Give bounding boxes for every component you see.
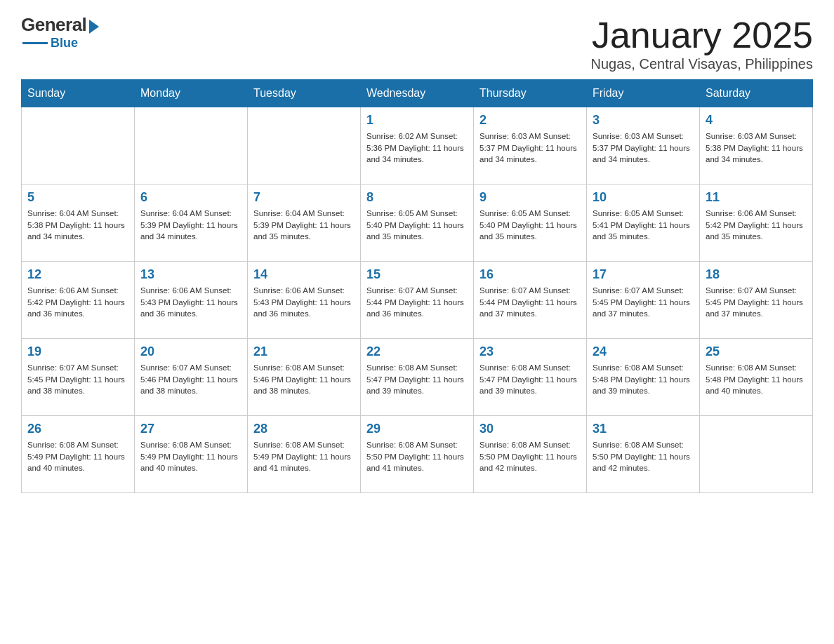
- day-info: Sunrise: 6:06 AM Sunset: 5:42 PM Dayligh…: [27, 285, 128, 320]
- calendar-cell: 22Sunrise: 6:08 AM Sunset: 5:47 PM Dayli…: [361, 339, 474, 416]
- day-number: 24: [593, 344, 694, 359]
- logo-general-text: General: [21, 14, 86, 36]
- day-info: Sunrise: 6:06 AM Sunset: 5:43 PM Dayligh…: [140, 285, 241, 320]
- calendar-cell: 23Sunrise: 6:08 AM Sunset: 5:47 PM Dayli…: [474, 339, 587, 416]
- col-wednesday: Wednesday: [361, 80, 474, 107]
- col-thursday: Thursday: [474, 80, 587, 107]
- day-info: Sunrise: 6:07 AM Sunset: 5:44 PM Dayligh…: [479, 285, 581, 320]
- calendar-cell: 29Sunrise: 6:08 AM Sunset: 5:50 PM Dayli…: [361, 416, 474, 493]
- calendar-cell: 24Sunrise: 6:08 AM Sunset: 5:48 PM Dayli…: [587, 339, 700, 416]
- calendar-cell: 20Sunrise: 6:07 AM Sunset: 5:46 PM Dayli…: [135, 339, 248, 416]
- day-number: 30: [479, 422, 581, 436]
- calendar-cell: 28Sunrise: 6:08 AM Sunset: 5:49 PM Dayli…: [248, 416, 361, 493]
- calendar-cell: 9Sunrise: 6:05 AM Sunset: 5:40 PM Daylig…: [474, 185, 587, 262]
- calendar-cell: 27Sunrise: 6:08 AM Sunset: 5:49 PM Dayli…: [135, 416, 248, 493]
- day-info: Sunrise: 6:08 AM Sunset: 5:48 PM Dayligh…: [706, 362, 807, 397]
- day-number: 15: [366, 267, 468, 282]
- week-row-5: 26Sunrise: 6:08 AM Sunset: 5:49 PM Dayli…: [22, 416, 813, 493]
- col-tuesday: Tuesday: [248, 80, 361, 107]
- day-number: 13: [140, 267, 241, 282]
- col-saturday: Saturday: [700, 80, 813, 107]
- calendar-cell: 16Sunrise: 6:07 AM Sunset: 5:44 PM Dayli…: [474, 262, 587, 339]
- day-info: Sunrise: 6:07 AM Sunset: 5:44 PM Dayligh…: [366, 285, 468, 320]
- calendar-cell: 7Sunrise: 6:04 AM Sunset: 5:39 PM Daylig…: [248, 185, 361, 262]
- day-number: 28: [253, 422, 355, 436]
- day-info: Sunrise: 6:04 AM Sunset: 5:39 PM Dayligh…: [253, 208, 355, 243]
- day-number: 7: [253, 190, 355, 205]
- day-number: 25: [706, 344, 807, 359]
- day-number: 2: [479, 113, 581, 128]
- week-row-1: 1Sunrise: 6:02 AM Sunset: 5:36 PM Daylig…: [22, 107, 813, 185]
- logo-arrow-icon: [89, 20, 99, 34]
- day-info: Sunrise: 6:08 AM Sunset: 5:46 PM Dayligh…: [253, 362, 355, 397]
- calendar-cell: 11Sunrise: 6:06 AM Sunset: 5:42 PM Dayli…: [700, 185, 813, 262]
- calendar-header-row: Sunday Monday Tuesday Wednesday Thursday…: [22, 80, 813, 107]
- day-number: 9: [479, 190, 581, 205]
- day-number: 1: [366, 113, 468, 128]
- day-info: Sunrise: 6:05 AM Sunset: 5:40 PM Dayligh…: [366, 208, 468, 243]
- day-info: Sunrise: 6:03 AM Sunset: 5:37 PM Dayligh…: [479, 130, 581, 166]
- day-number: 21: [253, 344, 355, 359]
- day-info: Sunrise: 6:08 AM Sunset: 5:49 PM Dayligh…: [27, 439, 128, 474]
- day-info: Sunrise: 6:08 AM Sunset: 5:47 PM Dayligh…: [479, 362, 581, 397]
- calendar-table: Sunday Monday Tuesday Wednesday Thursday…: [21, 79, 813, 493]
- day-info: Sunrise: 6:07 AM Sunset: 5:45 PM Dayligh…: [706, 285, 807, 320]
- calendar-cell: [248, 107, 361, 185]
- day-info: Sunrise: 6:04 AM Sunset: 5:38 PM Dayligh…: [27, 208, 128, 243]
- location-title: Nugas, Central Visayas, Philippines: [591, 56, 813, 72]
- week-row-2: 5Sunrise: 6:04 AM Sunset: 5:38 PM Daylig…: [22, 185, 813, 262]
- day-info: Sunrise: 6:02 AM Sunset: 5:36 PM Dayligh…: [366, 130, 468, 166]
- calendar-cell: 8Sunrise: 6:05 AM Sunset: 5:40 PM Daylig…: [361, 185, 474, 262]
- day-number: 22: [366, 344, 468, 359]
- day-info: Sunrise: 6:07 AM Sunset: 5:45 PM Dayligh…: [593, 285, 694, 320]
- calendar-cell: 5Sunrise: 6:04 AM Sunset: 5:38 PM Daylig…: [22, 185, 135, 262]
- calendar-cell: [700, 416, 813, 493]
- calendar-cell: 13Sunrise: 6:06 AM Sunset: 5:43 PM Dayli…: [135, 262, 248, 339]
- day-number: 18: [706, 267, 807, 282]
- day-info: Sunrise: 6:06 AM Sunset: 5:42 PM Dayligh…: [706, 208, 807, 243]
- day-info: Sunrise: 6:08 AM Sunset: 5:50 PM Dayligh…: [593, 439, 694, 474]
- calendar-cell: 4Sunrise: 6:03 AM Sunset: 5:38 PM Daylig…: [700, 107, 813, 185]
- day-number: 12: [27, 267, 128, 282]
- calendar-cell: 6Sunrise: 6:04 AM Sunset: 5:39 PM Daylig…: [135, 185, 248, 262]
- day-number: 27: [140, 422, 241, 436]
- week-row-4: 19Sunrise: 6:07 AM Sunset: 5:45 PM Dayli…: [22, 339, 813, 416]
- day-number: 3: [593, 113, 694, 128]
- day-info: Sunrise: 6:07 AM Sunset: 5:45 PM Dayligh…: [27, 362, 128, 397]
- calendar-cell: 30Sunrise: 6:08 AM Sunset: 5:50 PM Dayli…: [474, 416, 587, 493]
- day-info: Sunrise: 6:08 AM Sunset: 5:47 PM Dayligh…: [366, 362, 468, 397]
- day-number: 8: [366, 190, 468, 205]
- day-number: 29: [366, 422, 468, 436]
- page-header: General Blue January 2025 Nugas, Central…: [21, 14, 813, 72]
- day-number: 17: [593, 267, 694, 282]
- day-number: 10: [593, 190, 694, 205]
- col-monday: Monday: [135, 80, 248, 107]
- day-number: 16: [479, 267, 581, 282]
- calendar-cell: 31Sunrise: 6:08 AM Sunset: 5:50 PM Dayli…: [587, 416, 700, 493]
- calendar-cell: [22, 107, 135, 185]
- day-number: 6: [140, 190, 241, 205]
- day-number: 11: [706, 190, 807, 205]
- logo: General Blue: [21, 14, 99, 51]
- calendar-cell: 15Sunrise: 6:07 AM Sunset: 5:44 PM Dayli…: [361, 262, 474, 339]
- calendar-cell: 2Sunrise: 6:03 AM Sunset: 5:37 PM Daylig…: [474, 107, 587, 185]
- day-info: Sunrise: 6:07 AM Sunset: 5:46 PM Dayligh…: [140, 362, 241, 397]
- logo-line: [22, 42, 48, 44]
- calendar-cell: 25Sunrise: 6:08 AM Sunset: 5:48 PM Dayli…: [700, 339, 813, 416]
- col-sunday: Sunday: [22, 80, 135, 107]
- calendar-cell: 14Sunrise: 6:06 AM Sunset: 5:43 PM Dayli…: [248, 262, 361, 339]
- day-info: Sunrise: 6:08 AM Sunset: 5:49 PM Dayligh…: [253, 439, 355, 474]
- day-info: Sunrise: 6:03 AM Sunset: 5:37 PM Dayligh…: [593, 130, 694, 166]
- day-number: 20: [140, 344, 241, 359]
- month-title: January 2025: [591, 14, 813, 56]
- day-info: Sunrise: 6:03 AM Sunset: 5:38 PM Dayligh…: [706, 130, 807, 166]
- day-info: Sunrise: 6:06 AM Sunset: 5:43 PM Dayligh…: [253, 285, 355, 320]
- day-number: 23: [479, 344, 581, 359]
- calendar-cell: 19Sunrise: 6:07 AM Sunset: 5:45 PM Dayli…: [22, 339, 135, 416]
- calendar-cell: 26Sunrise: 6:08 AM Sunset: 5:49 PM Dayli…: [22, 416, 135, 493]
- calendar-cell: 18Sunrise: 6:07 AM Sunset: 5:45 PM Dayli…: [700, 262, 813, 339]
- title-section: January 2025 Nugas, Central Visayas, Phi…: [591, 14, 813, 72]
- calendar-cell: 1Sunrise: 6:02 AM Sunset: 5:36 PM Daylig…: [361, 107, 474, 185]
- day-number: 26: [27, 422, 128, 436]
- calendar-cell: 21Sunrise: 6:08 AM Sunset: 5:46 PM Dayli…: [248, 339, 361, 416]
